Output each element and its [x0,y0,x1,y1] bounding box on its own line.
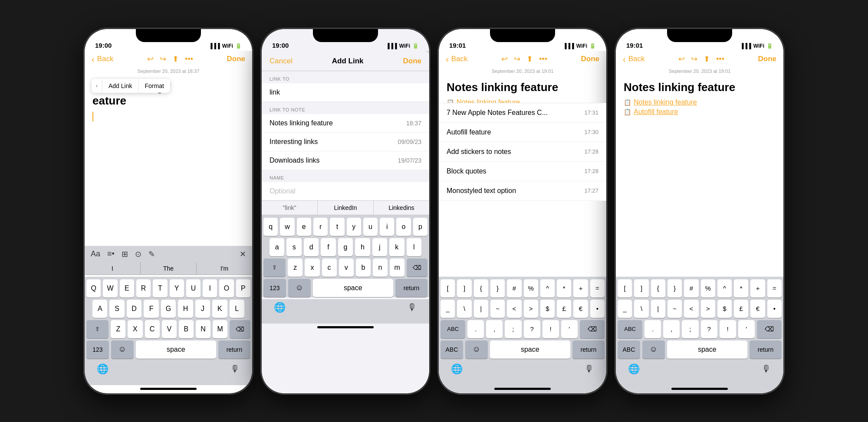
sym4-lt[interactable]: < [684,300,698,318]
key-z[interactable]: Z [111,320,125,338]
key-space-2[interactable]: space [313,279,393,297]
sym-key-equals[interactable]: = [590,279,605,298]
sym-key-apos-3[interactable]: ' [561,320,578,338]
sym4-bracket-r[interactable]: ] [634,279,648,298]
key-emoji-2[interactable]: ☺ [288,279,311,297]
font-size-icon-1[interactable]: Aa [91,249,100,258]
sym4-percent[interactable]: % [701,279,715,298]
key-shift[interactable]: ⇧ [86,320,108,338]
key-lg[interactable]: g [338,238,353,256]
name-input-row[interactable]: Optional [262,182,429,200]
key-emoji-4[interactable]: ☺ [642,340,665,359]
sym4-gt[interactable]: > [701,300,715,318]
key-lt[interactable]: t [330,218,344,236]
sym4-question[interactable]: ? [701,320,717,338]
link-input-row[interactable]: link [262,83,429,102]
camera-icon-1[interactable]: ⊙ [135,249,141,259]
suggestion-1[interactable]: I [85,262,141,275]
more-icon-4[interactable]: ••• [716,55,724,64]
key-abc-4[interactable]: ABC [618,340,640,359]
sym-key-underscore[interactable]: _ [441,300,455,318]
key-lx[interactable]: x [305,258,319,277]
sym-key-bracket-l[interactable]: [ [441,279,455,298]
sym4-exclaim[interactable]: ! [720,320,736,338]
dropdown-item-1[interactable]: Autofill feature 17:30 [439,123,606,142]
linked-note-text-0-4[interactable]: Notes linking feature [634,98,697,106]
key-t[interactable]: T [153,279,167,298]
undo-icon-4[interactable]: ↩ [678,54,685,64]
key-lw[interactable]: w [280,218,294,236]
suggestion-2[interactable]: The [141,262,197,275]
key-y[interactable]: Y [170,279,184,298]
back-label-4[interactable]: Back [628,55,645,63]
sym4-backslash[interactable]: \ [634,300,648,318]
mic-icon-3[interactable]: 🎙 [585,363,594,375]
sym4-pipe[interactable]: | [651,300,665,318]
key-ls[interactable]: s [286,238,301,256]
dropdown-item-4[interactable]: Monostyled text option 17:27 [439,181,606,201]
key-g[interactable]: G [161,300,176,318]
nav-left-1[interactable]: ‹ Back [92,54,113,64]
share-icon-3[interactable]: ⬆ [526,54,533,64]
sym-key-question-3[interactable]: ? [524,320,540,338]
pencil-icon-1[interactable]: ✎ [148,249,155,259]
list-icon-1[interactable]: ≡• [107,249,115,258]
sym-key-backslash[interactable]: \ [457,300,471,318]
key-k[interactable]: K [212,300,227,318]
sym4-asterisk[interactable]: * [734,279,748,298]
key-j[interactable]: J [195,300,210,318]
key-nums-2[interactable]: 123 [263,279,286,297]
sym-key-exclaim-3[interactable]: ! [542,320,559,338]
key-s[interactable]: S [109,300,124,318]
sym4-apos[interactable]: ' [738,320,755,338]
more-icon-3[interactable]: ••• [539,55,547,64]
sym-key-period-3[interactable]: . [467,320,484,338]
key-r[interactable]: R [136,279,151,298]
key-d[interactable]: D [127,300,141,318]
sym-key-caret[interactable]: ^ [540,279,555,298]
key-return-2[interactable]: return [395,279,427,297]
key-lb[interactable]: b [356,258,371,277]
key-m[interactable]: M [213,320,227,338]
key-f[interactable]: F [144,300,158,318]
linked-note-text-1-4[interactable]: Autofill feature [634,108,678,116]
done-button-4[interactable]: Done [758,55,777,63]
format-tooltip-btn[interactable]: Format [138,79,170,93]
key-return-3[interactable]: return [572,340,605,359]
globe-icon-2[interactable]: 🌐 [274,302,286,313]
sym4-brace-l[interactable]: { [651,279,665,298]
sym4-delete[interactable]: ⌫ [757,320,782,338]
key-nums[interactable]: 123 [86,340,109,359]
sym-key-abc-3[interactable]: ABC [441,320,465,338]
key-e[interactable]: E [120,279,134,298]
key-lj[interactable]: j [372,238,387,256]
key-ld[interactable]: d [304,238,319,256]
key-space[interactable]: space [136,340,216,359]
sym4-semicolon[interactable]: ; [682,320,698,338]
sym-key-percent[interactable]: % [524,279,538,298]
sym-key-bullet[interactable]: • [590,300,605,318]
sym-key-comma-3[interactable]: , [486,320,503,338]
key-emoji-3[interactable]: ☺ [465,340,488,359]
modal-done-button[interactable]: Done [403,57,421,65]
autocomplete-2[interactable]: Linkedins [374,201,429,215]
key-return[interactable]: return [218,340,250,359]
globe-icon-1[interactable]: 🌐 [97,363,108,375]
autocomplete-1[interactable]: LinkedIn [318,201,374,215]
key-x[interactable]: X [128,320,142,338]
dropdown-item-2[interactable]: Add stickers to notes 17:28 [439,142,606,162]
key-li[interactable]: i [380,218,394,236]
undo-icon-3[interactable]: ↩ [501,54,508,64]
key-lm[interactable]: m [390,258,404,277]
link-input-value[interactable]: link [270,88,280,96]
sym4-abc[interactable]: ABC [618,320,642,338]
mic-icon-1[interactable]: 🎙 [230,363,240,375]
sym4-pound[interactable]: £ [734,300,748,318]
link-note-row-1[interactable]: Interesting links 09/09/23 [262,133,429,151]
sym-key-pipe[interactable]: | [474,300,488,318]
sym-key-semicolon-3[interactable]: ; [505,320,521,338]
key-lz[interactable]: z [288,258,302,277]
add-link-tooltip-btn[interactable]: Add Link [102,79,138,93]
key-emoji[interactable]: ☺ [111,340,134,359]
sym4-caret[interactable]: ^ [717,279,732,298]
